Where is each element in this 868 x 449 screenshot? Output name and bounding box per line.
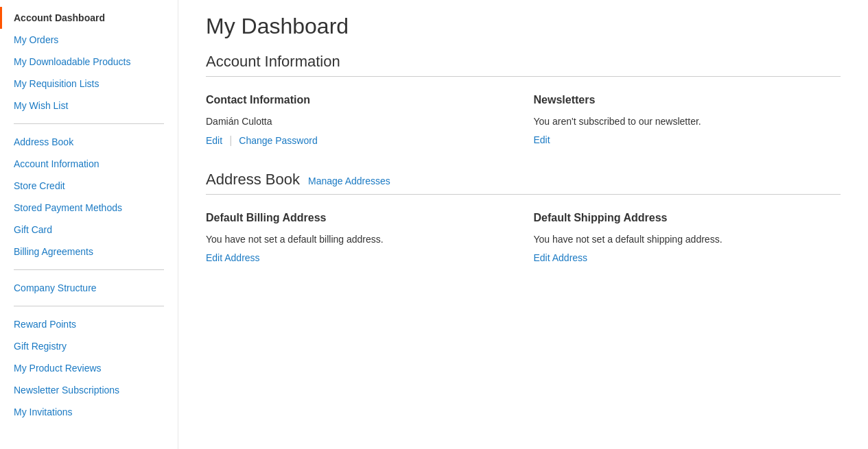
contact-links-row: Edit | Change Password: [206, 134, 513, 147]
billing-text: You have not set a default billing addre…: [206, 232, 513, 247]
account-info-divider: [206, 76, 841, 77]
change-password-link[interactable]: Change Password: [239, 135, 317, 146]
sidebar-item-newsletter-subscriptions[interactable]: Newsletter Subscriptions: [0, 379, 178, 401]
sidebar-item-stored-payment-methods[interactable]: Stored Payment Methods: [0, 197, 178, 219]
links-separator: |: [229, 134, 232, 147]
sidebar-item-reward-points[interactable]: Reward Points: [0, 313, 178, 335]
sidebar-item-billing-agreements[interactable]: Billing Agreements: [0, 241, 178, 263]
sidebar-item-account-information[interactable]: Account Information: [0, 153, 178, 175]
main-content: My Dashboard Account Information Contact…: [178, 0, 868, 449]
sidebar-item-store-credit[interactable]: Store Credit: [0, 175, 178, 197]
shipping-heading: Default Shipping Address: [534, 212, 841, 224]
customer-name: Damián Culotta: [206, 114, 513, 129]
sidebar-item-account-dashboard[interactable]: Account Dashboard: [0, 7, 178, 29]
shipping-address-block: Default Shipping Address You have not se…: [534, 212, 841, 263]
sidebar-divider-2: [14, 269, 164, 270]
sidebar-item-my-orders[interactable]: My Orders: [0, 29, 178, 51]
billing-heading: Default Billing Address: [206, 212, 513, 224]
address-book-heading: Address Book: [206, 171, 300, 189]
sidebar-item-my-requisition-lists[interactable]: My Requisition Lists: [0, 73, 178, 95]
address-book-section: Address Book Manage Addresses Default Bi…: [206, 171, 841, 263]
contact-info-heading: Contact Information: [206, 94, 513, 106]
billing-address-block: Default Billing Address You have not set…: [206, 212, 513, 263]
billing-edit-link[interactable]: Edit Address: [206, 252, 260, 263]
sidebar-item-gift-card[interactable]: Gift Card: [0, 219, 178, 241]
newsletter-edit-link[interactable]: Edit: [534, 134, 550, 145]
address-book-header: Address Book Manage Addresses: [206, 171, 841, 189]
sidebar-item-my-downloadable-products[interactable]: My Downloadable Products: [0, 51, 178, 73]
sidebar-item-address-book[interactable]: Address Book: [0, 131, 178, 153]
address-book-divider: [206, 194, 841, 195]
page-title: My Dashboard: [206, 14, 841, 39]
newsletters-block: Newsletters You aren't subscribed to our…: [534, 94, 841, 147]
sidebar-item-my-wish-list[interactable]: My Wish List: [0, 95, 178, 117]
account-information-section: Account Information Contact Information …: [206, 53, 841, 147]
shipping-text: You have not set a default shipping addr…: [534, 232, 841, 247]
newsletters-heading: Newsletters: [534, 94, 841, 106]
newsletter-text: You aren't subscribed to our newsletter.: [534, 114, 841, 129]
sidebar-divider-3: [14, 306, 164, 306]
sidebar-item-company-structure[interactable]: Company Structure: [0, 277, 178, 299]
sidebar-item-my-product-reviews[interactable]: My Product Reviews: [0, 357, 178, 379]
manage-addresses-link[interactable]: Manage Addresses: [308, 175, 390, 186]
address-grid: Default Billing Address You have not set…: [206, 212, 841, 263]
contact-edit-link[interactable]: Edit: [206, 135, 222, 146]
account-info-heading: Account Information: [206, 53, 841, 71]
shipping-edit-link[interactable]: Edit Address: [534, 252, 588, 263]
contact-info-block: Contact Information Damián Culotta Edit …: [206, 94, 513, 147]
sidebar-item-gift-registry[interactable]: Gift Registry: [0, 335, 178, 357]
sidebar: Account Dashboard My Orders My Downloada…: [0, 0, 178, 449]
sidebar-divider-1: [14, 123, 164, 124]
sidebar-item-my-invitations[interactable]: My Invitations: [0, 401, 178, 423]
account-info-grid: Contact Information Damián Culotta Edit …: [206, 94, 841, 147]
